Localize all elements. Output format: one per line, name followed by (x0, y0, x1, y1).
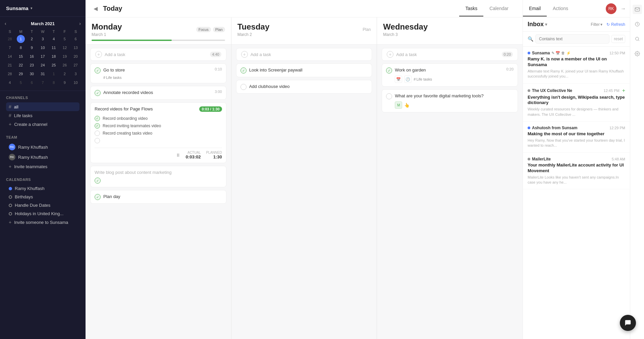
add-email-to-tasks-button[interactable]: + (622, 88, 625, 94)
calendar-holidays[interactable]: Holidays in United King... (6, 209, 79, 218)
cal-day[interactable]: 16 (28, 52, 36, 60)
cal-day[interactable]: 30 (28, 70, 36, 78)
user-avatar[interactable]: RK (606, 3, 616, 14)
email-item-ux-collective[interactable]: The UX Collective Ne 12:45 PM + Everythi… (523, 84, 630, 122)
cal-day[interactable]: 11 (50, 44, 58, 52)
search-input[interactable] (535, 34, 609, 44)
task-check[interactable] (240, 67, 247, 74)
cal-day[interactable]: 7 (6, 44, 14, 52)
app-header[interactable]: Sunsama ▾ (0, 0, 86, 17)
cal-day[interactable]: 7 (39, 79, 47, 87)
subtask-check[interactable] (95, 116, 100, 121)
cal-day[interactable]: 14 (6, 52, 14, 60)
inbox-title: Inbox ▾ (528, 21, 547, 28)
add-task-button[interactable]: + Add a task 4:40 (90, 48, 226, 61)
subtask-check[interactable] (95, 131, 100, 136)
task-check[interactable] (95, 67, 101, 74)
cal-day[interactable]: 2 (61, 70, 69, 78)
cal-day[interactable]: 23 (28, 61, 36, 69)
gmail-icon[interactable]: M (395, 101, 402, 109)
chat-button[interactable] (620, 315, 636, 331)
cal-day[interactable]: 1 (50, 70, 58, 78)
sidebar-item-all[interactable]: # all (6, 102, 79, 111)
cal-day[interactable]: 8 (17, 44, 25, 52)
subtask-check[interactable] (95, 138, 100, 143)
cal-day[interactable]: 3 (72, 70, 80, 78)
blog-check[interactable] (95, 178, 101, 184)
create-channel-button[interactable]: + Create a channel (6, 120, 79, 129)
task-check[interactable] (240, 84, 247, 90)
team-member-2[interactable]: RK Ramy Khuffash (6, 152, 79, 162)
expand-panel-button[interactable]: → (621, 6, 626, 12)
calendar-ramy[interactable]: Ramy Khuffash (6, 184, 79, 193)
prev-month-button[interactable]: ‹ (5, 21, 6, 26)
search-icon[interactable] (633, 34, 642, 44)
email-item-ashutosh[interactable]: Ashutosh from Sunsam 12:29 PM Making the… (523, 122, 630, 153)
reset-search-button[interactable]: reset (611, 35, 625, 43)
pause-button[interactable]: ⏸ (176, 152, 180, 158)
filter-button[interactable]: Filter ▾ (591, 22, 602, 27)
calendar-birthdays[interactable]: Birthdays (6, 193, 79, 201)
cal-day[interactable]: 21 (6, 61, 14, 69)
add-task-button[interactable]: + Add a task (236, 48, 372, 61)
cal-day[interactable]: 27 (72, 61, 80, 69)
cal-day[interactable]: 15 (17, 52, 25, 60)
invite-sunsama-button[interactable]: + Invite someone to Sunsama (6, 218, 79, 227)
tab-actions[interactable]: Actions (547, 1, 574, 16)
cal-day[interactable]: 19 (61, 52, 69, 60)
cal-day[interactable]: 2 (28, 35, 36, 43)
cal-day[interactable]: 4 (6, 79, 14, 87)
subtask-check[interactable] (95, 123, 100, 129)
cal-day[interactable]: 18 (50, 52, 58, 60)
cal-day[interactable]: 9 (28, 44, 36, 52)
task-check[interactable] (386, 67, 392, 74)
sidebar-item-life-tasks[interactable]: # Life tasks (6, 111, 79, 120)
cal-day[interactable]: 17 (39, 52, 47, 60)
cal-day[interactable]: 26 (61, 61, 69, 69)
cal-day[interactable]: 6 (28, 79, 36, 87)
plan-badge[interactable]: Plan (363, 27, 371, 32)
refresh-button[interactable]: ↻ Refresh (606, 22, 625, 27)
collapse-sidebar-button[interactable]: ◀ (94, 5, 98, 12)
task-check[interactable] (386, 93, 392, 99)
cal-day[interactable]: 13 (72, 44, 80, 52)
clock-icon[interactable] (633, 19, 642, 29)
cal-day[interactable]: 25 (50, 61, 58, 69)
clock-icon[interactable]: 🕐 (404, 76, 412, 83)
task-check[interactable] (95, 90, 101, 96)
cal-day[interactable]: 5 (17, 79, 25, 87)
cal-day[interactable]: 22 (17, 61, 25, 69)
email-item-mailerlite[interactable]: MailerLite 5:48 AM Your monthly MailerLi… (523, 153, 630, 190)
email-item-sunsama[interactable]: Sunsama ✎ 📅 🗑 ⚡ 12:50 PM Ramy K. is now … (523, 47, 630, 84)
add-task-button[interactable]: + Add a task 0:20 (382, 48, 518, 61)
cal-day[interactable]: 28 (6, 70, 14, 78)
cal-day[interactable]: 9 (61, 79, 69, 87)
settings-icon[interactable] (633, 49, 642, 58)
plan-badge[interactable]: Plan (213, 27, 225, 32)
cal-day[interactable]: 10 (72, 79, 80, 87)
cal-day[interactable]: 3 (39, 35, 47, 43)
cal-day[interactable]: 10 (39, 44, 47, 52)
cal-day[interactable]: 5 (61, 35, 69, 43)
cal-day[interactable]: 28 (6, 35, 14, 43)
focus-badge[interactable]: Focus (196, 27, 211, 32)
calendar-due-dates[interactable]: Handle Due Dates (6, 201, 79, 209)
cal-day-today[interactable]: 1 (17, 35, 25, 43)
team-member-1[interactable]: RK Ramy Khuffash (6, 142, 79, 152)
invite-teammates-button[interactable]: + Invite teammates (6, 162, 79, 171)
cal-day[interactable]: 31 (39, 70, 47, 78)
gmail-icon[interactable] (633, 5, 642, 14)
tab-calendar[interactable]: Calendar (483, 1, 515, 16)
tab-tasks[interactable]: Tasks (459, 1, 483, 16)
cal-day[interactable]: 12 (61, 44, 69, 52)
next-month-button[interactable]: › (79, 21, 81, 26)
cal-day[interactable]: 24 (39, 61, 47, 69)
task-check[interactable] (95, 194, 101, 200)
cal-day[interactable]: 20 (72, 52, 80, 60)
cal-day[interactable]: 6 (72, 35, 80, 43)
cal-day[interactable]: 29 (17, 70, 25, 78)
tab-email[interactable]: Email (523, 1, 547, 16)
calendar-icon[interactable]: 📅 (395, 76, 402, 83)
cal-day[interactable]: 8 (50, 79, 58, 87)
cal-day[interactable]: 4 (50, 35, 58, 43)
